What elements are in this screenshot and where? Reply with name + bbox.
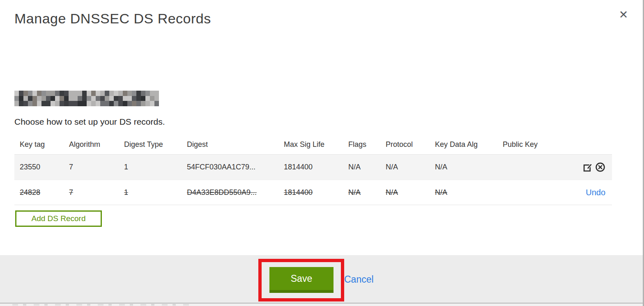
- cell-digest-type: 1: [119, 163, 182, 171]
- cell-digest-type: 1: [119, 188, 182, 197]
- instruction-text: Choose how to set up your DS records.: [14, 117, 165, 127]
- col-flags: Flags: [343, 140, 380, 149]
- col-key-data-alg: Key Data Alg: [430, 140, 497, 149]
- table-row-active: 23550 7 1 54FCF030AA1C79... 1814400 N/A …: [14, 154, 612, 180]
- undo-link[interactable]: Undo: [586, 188, 605, 197]
- table-row-deleted: 24828 7 1 D4A33E8DD550A9... 1814400 N/A …: [14, 180, 612, 205]
- col-public-key: Public Key: [497, 140, 559, 149]
- col-digest: Digest: [182, 140, 278, 149]
- cell-key-data-alg: N/A: [430, 163, 497, 171]
- cell-max-sig-life: 1814400: [278, 188, 343, 197]
- cell-protocol: N/A: [380, 163, 430, 171]
- col-digest-type: Digest Type: [119, 140, 182, 149]
- cell-protocol: N/A: [380, 188, 430, 197]
- background-page-content: [12, 304, 189, 306]
- cell-algorithm: 7: [64, 188, 119, 197]
- delete-icon[interactable]: [595, 162, 605, 173]
- save-button[interactable]: Save: [269, 267, 334, 293]
- cancel-link[interactable]: Cancel: [344, 274, 374, 285]
- cell-flags: N/A: [343, 163, 380, 171]
- page-title: Manage DNSSEC DS Records: [14, 11, 211, 27]
- cell-key-tag: 23550: [14, 163, 64, 171]
- edit-icon[interactable]: [582, 162, 593, 173]
- cell-flags: N/A: [343, 188, 380, 197]
- cell-key-tag: 24828: [14, 188, 64, 197]
- col-protocol: Protocol: [380, 140, 430, 149]
- col-max-sig-life: Max Sig Life: [278, 140, 343, 149]
- redacted-domain-name: [14, 91, 159, 106]
- cell-max-sig-life: 1814400: [278, 163, 343, 171]
- col-key-tag: Key tag: [14, 140, 64, 149]
- col-algorithm: Algorithm: [64, 140, 119, 149]
- cell-key-data-alg: N/A: [430, 188, 497, 197]
- close-icon[interactable]: ✕: [617, 8, 630, 21]
- ds-records-table: Key tag Algorithm Digest Type Digest Max…: [14, 135, 612, 205]
- table-header-row: Key tag Algorithm Digest Type Digest Max…: [14, 135, 612, 154]
- add-ds-record-button[interactable]: Add DS Record: [15, 210, 102, 227]
- dnssec-modal: Manage DNSSEC DS Records ✕ Choose how to…: [0, 0, 644, 306]
- cell-digest: D4A33E8DD550A9...: [182, 188, 278, 197]
- cell-digest: 54FCF030AA1C79...: [182, 163, 278, 171]
- cell-algorithm: 7: [64, 163, 119, 171]
